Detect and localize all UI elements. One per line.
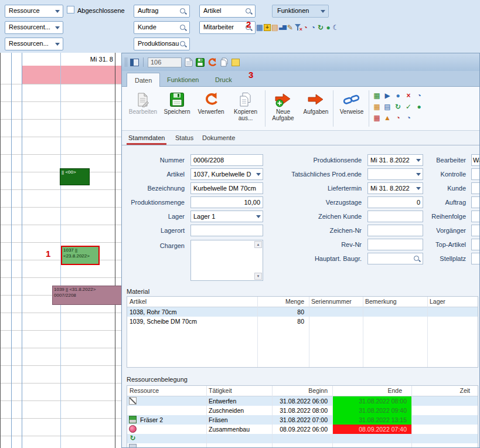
gantt-task-block[interactable]: 1039 || <31.8.2022> 0007/2208 bbox=[52, 286, 121, 305]
reihenfolge-field[interactable] bbox=[471, 211, 480, 222]
kunde-search-field[interactable]: Kunde bbox=[134, 21, 190, 34]
lagerort-field[interactable] bbox=[190, 225, 263, 236]
hauptart-baugr-field[interactable] bbox=[367, 253, 423, 264]
resource-group-combo[interactable]: Ressourcen... bbox=[5, 38, 63, 50]
tab-stammdaten[interactable]: Stammdaten bbox=[127, 131, 166, 145]
window-icon[interactable] bbox=[130, 59, 139, 66]
kopieren-aus-button[interactable]: Kopieren aus... bbox=[229, 89, 263, 128]
scroll-down-icon[interactable]: ▼ bbox=[254, 273, 262, 280]
tab-dokumente[interactable]: Dokumente bbox=[200, 131, 237, 145]
record-id-field[interactable]: 106 bbox=[148, 57, 182, 67]
ressourcenbelegung-table[interactable]: Entwerfen 31.08.2022 06:00 31.08.2022 08… bbox=[127, 385, 478, 448]
sync-icon[interactable]: ↻ bbox=[393, 102, 403, 111]
tab-status[interactable]: Status bbox=[173, 131, 195, 145]
run-icon[interactable]: ▶ bbox=[383, 91, 392, 100]
material-table[interactable]: 1038, Rohr 70cm 80 1039, Scheibe DM 70cm… bbox=[127, 296, 478, 368]
funktionen-dropdown[interactable]: Funktionen bbox=[272, 5, 329, 18]
verweise-button[interactable]: Verweise bbox=[336, 89, 367, 128]
bezeichnung-field[interactable]: Kurbelwelle DM 70cm bbox=[190, 182, 263, 194]
add-icon[interactable]: + bbox=[264, 24, 271, 31]
verwerfen-button[interactable]: Verwerfen bbox=[195, 89, 227, 128]
zeichen-kunde-field[interactable] bbox=[367, 211, 423, 222]
clock-icon[interactable]: ◔ bbox=[309, 23, 316, 32]
column-header[interactable]: Ende bbox=[333, 386, 407, 396]
chart-icon[interactable]: ▃▆ bbox=[279, 23, 286, 32]
new-document-icon[interactable] bbox=[185, 57, 193, 67]
rev-nr-field[interactable] bbox=[367, 239, 423, 250]
table-row[interactable]: ↻ bbox=[127, 434, 478, 443]
undo-icon[interactable] bbox=[207, 58, 217, 67]
table-row[interactable]: Zusammenbau 08.09.2022 06:00 08.09.2022 … bbox=[127, 425, 478, 434]
refresh-clock-icon[interactable]: ↻ bbox=[317, 23, 324, 32]
liefertermin-combo[interactable]: Mi 31. 8.2022 bbox=[367, 182, 423, 194]
resource-combo[interactable]: Ressource bbox=[5, 5, 63, 18]
save-icon[interactable] bbox=[196, 58, 205, 67]
save-all-icon[interactable]: ▤ bbox=[383, 102, 392, 111]
column-header[interactable]: Tätigkeit bbox=[209, 386, 232, 396]
tatsaechliches-prodende-combo[interactable] bbox=[367, 168, 423, 180]
column-header[interactable]: Beginn bbox=[272, 386, 330, 396]
table-row[interactable]: 1038, Rohr 70cm 80 bbox=[127, 307, 478, 317]
column-header[interactable]: Lager bbox=[430, 297, 445, 307]
filter-clear-icon[interactable]: × bbox=[294, 23, 301, 32]
kunde-field[interactable] bbox=[471, 182, 480, 194]
speichern-button[interactable]: Speichern bbox=[161, 89, 193, 128]
table-edit-icon[interactable]: ▦ bbox=[372, 113, 382, 123]
night-mode-icon[interactable]: ☾ bbox=[332, 23, 339, 32]
produktionsende-combo[interactable]: Mi 31. 8.2022 bbox=[367, 154, 423, 166]
gantt-task-block[interactable]: || <00> bbox=[60, 168, 90, 185]
shield-check-icon[interactable]: ✓ bbox=[404, 102, 413, 111]
globe-icon[interactable]: ● bbox=[325, 23, 332, 32]
table-row[interactable]: Fräser 2 Fräsen 31.08.2022 07:00 31.08.2… bbox=[127, 415, 478, 425]
aufgaben-button[interactable]: Aufgaben bbox=[300, 89, 332, 128]
table-row[interactable]: Entwerfen 31.08.2022 06:00 31.08.2022 08… bbox=[127, 396, 478, 406]
resource-center-combo[interactable]: Ressourcent... bbox=[5, 21, 63, 34]
abgeschlossene-checkbox[interactable] bbox=[67, 6, 74, 13]
table-import-icon[interactable]: ▦ bbox=[372, 102, 382, 111]
bearbeiten-button[interactable]: Bearbeiten bbox=[127, 89, 159, 128]
vorgaenger-field[interactable] bbox=[471, 225, 480, 236]
auftrag-search-field[interactable]: Auftrag bbox=[134, 5, 190, 18]
stellplatz-field[interactable] bbox=[471, 253, 480, 264]
bearbeiter-field[interactable]: Wa bbox=[471, 154, 480, 166]
globe-green-icon[interactable]: ● bbox=[414, 102, 424, 111]
artikel-field[interactable]: 1037, Kurbelwelle D bbox=[190, 168, 263, 180]
pie-clock-icon[interactable]: ◔ bbox=[302, 23, 309, 32]
plan-board-icon[interactable]: ▦ bbox=[256, 23, 263, 32]
kontrolle-field[interactable] bbox=[471, 168, 480, 180]
tab-funktionen[interactable]: Funktionen bbox=[159, 73, 206, 87]
artikel-search-field[interactable]: Artikel bbox=[199, 5, 256, 18]
auftrag-field[interactable] bbox=[471, 196, 480, 208]
lager-combo[interactable]: Lager 1 bbox=[190, 211, 263, 222]
table-export-icon[interactable]: ▦ bbox=[372, 91, 382, 100]
scroll-up-icon[interactable]: ▲ bbox=[254, 241, 262, 248]
web-icon[interactable]: ● bbox=[393, 91, 403, 100]
column-header[interactable]: Ressource bbox=[130, 386, 159, 396]
column-header[interactable]: Zeit bbox=[413, 386, 474, 396]
column-header[interactable]: Menge bbox=[260, 297, 307, 307]
produktionsmenge-field[interactable]: 10,00 bbox=[190, 196, 263, 208]
column-header[interactable]: Bemerkung bbox=[365, 297, 397, 307]
neue-aufgabe-button[interactable]: Neue Aufgabe bbox=[267, 89, 299, 128]
flag-icon[interactable]: ▲ bbox=[383, 113, 392, 123]
chargen-field[interactable]: ▲ ▼ bbox=[190, 240, 263, 281]
grip-handle[interactable] bbox=[125, 57, 127, 67]
column-header[interactable]: Artikel bbox=[130, 297, 147, 307]
table-row[interactable] bbox=[127, 443, 478, 448]
note-icon[interactable] bbox=[232, 59, 240, 66]
nummer-field[interactable]: 0006/2208 bbox=[190, 154, 263, 166]
top-artikel-field[interactable] bbox=[471, 239, 480, 250]
tab-druck[interactable]: Druck bbox=[207, 73, 240, 87]
edit-icon[interactable]: ✎ bbox=[287, 23, 294, 32]
clock-blue-icon[interactable]: ◔ bbox=[404, 113, 413, 123]
tab-daten[interactable]: Daten bbox=[127, 73, 160, 87]
table-row[interactable]: 1039, Scheibe DM 70cm 80 bbox=[127, 317, 478, 326]
copy-icon[interactable] bbox=[220, 57, 229, 67]
history-clock-icon[interactable]: ◔ bbox=[414, 91, 424, 100]
verzugstage-field[interactable]: 0 bbox=[367, 196, 423, 208]
clock-red-icon[interactable]: ◔ bbox=[393, 113, 403, 123]
gantt-selected-task-block[interactable]: 1037 || <23.8.2022> bbox=[61, 246, 100, 265]
zeichen-nr-field[interactable] bbox=[367, 225, 423, 236]
column-header[interactable]: Seriennummer bbox=[311, 297, 352, 307]
produktionsauftrag-search-field[interactable]: Produktionsau bbox=[134, 38, 190, 50]
